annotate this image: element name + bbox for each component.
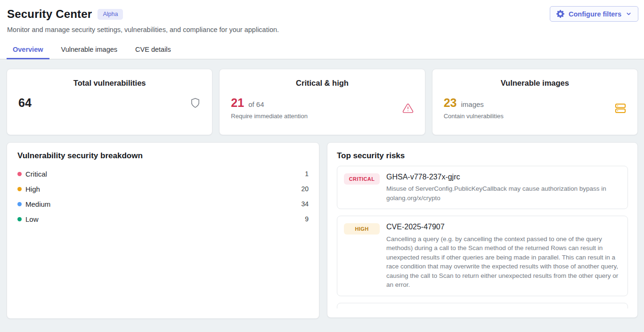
stat-card-row: Total vulnerabilities 64 Critical & high <box>7 69 638 135</box>
severity-badge-high: HIGH <box>344 223 380 235</box>
alert-triangle-icon <box>402 103 414 114</box>
risk-item-cve-2025-9086[interactable]: HIGH CVE-2025-9086 <box>337 303 628 308</box>
risk-id: GHSA-v778-237x-gjrc <box>386 172 621 181</box>
configure-filters-label: Configure filters <box>569 10 621 18</box>
vulnerable-images-note: Contain vulnerabilities <box>444 113 504 120</box>
breakdown-row-critical: Critical 1 <box>17 166 309 181</box>
page-subtitle: Monitor and manage security settings, vu… <box>7 26 637 33</box>
critical-count: 1 <box>305 170 309 178</box>
panel-row: Vulnerability security breakdown Critica… <box>7 142 638 319</box>
stat-card-vulnerable-images: Vulnerable images 23 images Contain vuln… <box>432 69 638 135</box>
alpha-badge: Alpha <box>98 9 123 20</box>
vulnerable-images-suffix: images <box>461 100 483 108</box>
server-icon <box>615 103 626 114</box>
risk-list: CRITICAL GHSA-v778-237x-gjrc Misuse of S… <box>337 166 628 308</box>
tab-vulnerable-images[interactable]: Vulnerable images <box>55 41 124 59</box>
critical-high-note: Require immediate attention <box>231 113 308 120</box>
medium-count: 34 <box>301 200 309 208</box>
stat-card-title: Total vulnerabilities <box>18 79 201 88</box>
tab-overview[interactable]: Overview <box>7 41 49 59</box>
low-count: 9 <box>305 215 309 223</box>
stat-card-total-vulnerabilities: Total vulnerabilities 64 <box>7 69 212 135</box>
total-vulnerabilities-value: 64 <box>18 97 32 109</box>
risk-item-cve-2025-47907[interactable]: HIGH CVE-2025-47907 Cancelling a query (… <box>337 216 628 296</box>
breakdown-row-low: Low 9 <box>17 211 309 227</box>
breakdown-row-medium: Medium 34 <box>17 196 309 211</box>
low-dot-icon <box>17 217 22 221</box>
page-header: Security Center Alpha Configure filters … <box>0 0 644 33</box>
risks-title: Top security risks <box>337 151 628 161</box>
risk-item-ghsa-v778[interactable]: CRITICAL GHSA-v778-237x-gjrc Misuse of S… <box>337 166 628 209</box>
chevron-down-icon <box>626 11 632 17</box>
tab-cve-details[interactable]: CVE details <box>129 41 177 59</box>
critical-high-value: 21 <box>231 97 244 109</box>
medium-dot-icon <box>17 202 22 206</box>
stat-card-title: Vulnerable images <box>444 79 626 88</box>
risk-id: CVE-2025-47907 <box>386 222 621 231</box>
risk-description: Cancelling a query (e.g. by cancelling t… <box>386 235 621 290</box>
critical-dot-icon <box>17 172 22 176</box>
shield-icon <box>190 97 201 108</box>
stat-card-critical-high: Critical & high 21 of 64 Require immedia… <box>219 69 425 135</box>
high-dot-icon <box>17 187 22 191</box>
vulnerable-images-value: 23 <box>444 97 457 109</box>
gear-icon <box>556 10 564 18</box>
configure-filters-button[interactable]: Configure filters <box>550 6 638 22</box>
high-count: 20 <box>301 185 309 193</box>
severity-badge-critical: CRITICAL <box>344 173 380 185</box>
breakdown-list: Critical 1 High 20 Medium 34 <box>17 166 309 227</box>
vulnerability-breakdown-panel: Vulnerability security breakdown Critica… <box>7 142 319 319</box>
page-title: Security Center <box>7 8 92 21</box>
stat-card-title: Critical & high <box>231 79 413 88</box>
breakdown-row-high: High 20 <box>17 181 309 196</box>
tab-bar: Overview Vulnerable images CVE details <box>0 41 644 59</box>
security-center-page: Security Center Alpha Configure filters … <box>0 0 644 332</box>
top-security-risks-panel: Top security risks CRITICAL GHSA-v778-23… <box>327 142 638 318</box>
breakdown-title: Vulnerability security breakdown <box>17 151 309 161</box>
risk-description: Misuse of ServerConfig.PublicKeyCallback… <box>386 184 621 202</box>
critical-high-suffix: of 64 <box>248 100 264 108</box>
content-area: Total vulnerabilities 64 Critical & high <box>0 59 644 332</box>
